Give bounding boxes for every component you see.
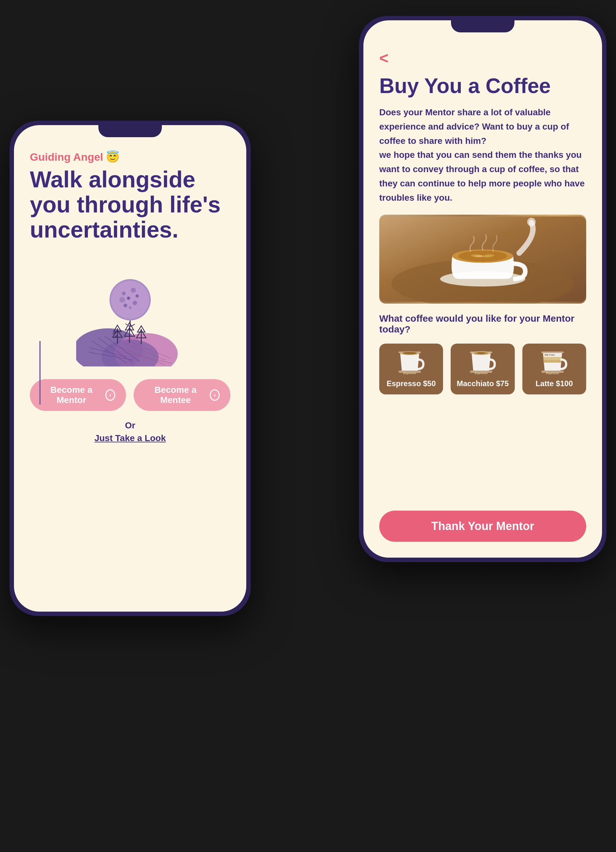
svg-text:Espresso: Espresso xyxy=(546,372,559,375)
svg-point-31 xyxy=(136,295,139,298)
coffee-art-svg xyxy=(379,215,586,304)
divider-line xyxy=(39,341,41,405)
hero-illustration xyxy=(76,258,184,367)
espresso-icon: Espresso xyxy=(395,350,427,375)
svg-point-28 xyxy=(133,301,137,305)
phone-left-screen: Guiding Angel 😇 Walk alongside you throu… xyxy=(14,125,246,612)
phone-left-notch xyxy=(98,125,162,137)
macchiato-label: Macchiato $75 xyxy=(457,379,509,388)
mentee-arrow-icon: › xyxy=(210,389,220,401)
become-mentor-label: Become a Mentor xyxy=(41,385,102,405)
svg-point-30 xyxy=(119,297,125,303)
svg-rect-57 xyxy=(543,360,562,363)
macchiato-option[interactable]: Espresso Macchiato $75 xyxy=(451,344,514,394)
or-label: Or xyxy=(30,420,230,431)
svg-point-42 xyxy=(527,218,536,226)
coffee-screen-title: Buy You a Coffee xyxy=(379,74,586,98)
macchiato-icon: Espresso xyxy=(467,350,499,375)
latte-icon: Milk Foam Espresso xyxy=(538,350,570,375)
svg-point-51 xyxy=(477,352,485,354)
become-mentor-button[interactable]: Become a Mentor › xyxy=(30,379,126,411)
become-mentee-label: Become a Mentee xyxy=(145,385,206,405)
espresso-option[interactable]: Espresso Espresso $50 xyxy=(379,344,443,394)
hero-title: Walk alongside you through life's uncert… xyxy=(30,167,230,243)
thank-mentor-button[interactable]: Thank Your Mentor xyxy=(379,511,586,542)
right-screen-content: < Buy You a Coffee Does your Mentor shar… xyxy=(363,20,602,557)
back-button[interactable]: < xyxy=(379,49,586,67)
just-look-link[interactable]: Just Take a Look xyxy=(30,433,230,443)
svg-rect-54 xyxy=(541,352,564,353)
svg-text:Espresso: Espresso xyxy=(475,372,488,375)
app-tagline: Guiding Angel 😇 xyxy=(30,151,230,163)
phone-right: < Buy You a Coffee Does your Mentor shar… xyxy=(359,16,607,562)
coffee-description: Does your Mentor share a lot of valuable… xyxy=(379,106,586,205)
phone-left: Guiding Angel 😇 Walk alongside you throu… xyxy=(9,121,251,616)
svg-rect-56 xyxy=(543,357,562,360)
become-mentee-button[interactable]: Become a Mentee › xyxy=(134,379,230,411)
latte-option[interactable]: Milk Foam Espresso Latte $100 xyxy=(523,344,586,394)
svg-point-24 xyxy=(111,281,149,319)
latte-label: Latte $100 xyxy=(536,379,573,388)
mentor-arrow-icon: › xyxy=(105,389,115,401)
phone-right-screen: < Buy You a Coffee Does your Mentor shar… xyxy=(363,20,602,557)
cta-buttons-row: Become a Mentor › Become a Mentee › xyxy=(30,379,230,411)
svg-point-26 xyxy=(131,288,136,293)
coffee-photo xyxy=(379,215,586,304)
illustration xyxy=(30,258,230,367)
svg-point-45 xyxy=(403,352,417,354)
svg-text:Espresso: Espresso xyxy=(403,372,416,375)
coffee-options-row: Espresso Espresso $50 Espresso xyxy=(379,344,586,394)
coffee-question: What coffee would you like for your Ment… xyxy=(379,313,586,335)
left-screen-content: Guiding Angel 😇 Walk alongside you throu… xyxy=(14,125,246,612)
svg-text:Milk Foam: Milk Foam xyxy=(545,354,555,356)
svg-point-32 xyxy=(129,307,131,309)
espresso-label: Espresso $50 xyxy=(387,379,436,388)
svg-point-29 xyxy=(124,304,127,307)
svg-point-25 xyxy=(122,292,126,295)
svg-point-27 xyxy=(127,297,130,300)
phone-right-notch xyxy=(451,20,514,32)
